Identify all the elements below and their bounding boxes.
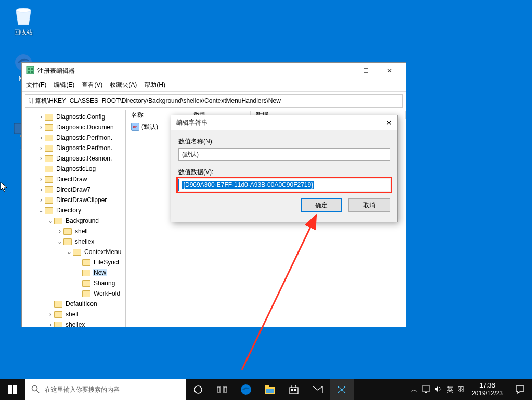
taskbar-store-icon[interactable] bbox=[282, 379, 306, 400]
tray-volume-icon[interactable] bbox=[434, 385, 443, 394]
tree-pane[interactable]: ›Diagnostic.Config›Diagnostic.Documen›Di… bbox=[22, 110, 126, 327]
tree-node[interactable]: New bbox=[22, 268, 125, 278]
dialog-close-button[interactable]: ✕ bbox=[386, 118, 392, 127]
tree-node-label: Sharing bbox=[93, 279, 116, 287]
tree-chevron-right-icon[interactable]: › bbox=[47, 321, 54, 327]
folder-icon bbox=[63, 238, 72, 245]
tree-node[interactable]: ›Diagnostic.Perfmon. bbox=[22, 132, 125, 143]
svg-rect-19 bbox=[224, 387, 227, 392]
tray-network-icon[interactable] bbox=[422, 385, 430, 394]
tree-node[interactable]: ⌄Background bbox=[22, 216, 125, 226]
tree-node[interactable]: WorkFold bbox=[22, 288, 125, 299]
tree-node-label: DefaultIcon bbox=[64, 300, 98, 308]
tree-node[interactable]: ›shell bbox=[22, 309, 125, 319]
tree-chevron-right-icon[interactable]: › bbox=[37, 134, 45, 141]
menu-help[interactable]: 帮助(H) bbox=[144, 81, 165, 89]
folder-icon bbox=[63, 228, 72, 235]
tree-node-label: DiagnosticLog bbox=[55, 165, 97, 172]
taskbar: 在这里输入你要搜索的内容 ︿ 英 羽 17:36 2019/12/23 bbox=[0, 379, 532, 400]
taskbar-app-icon[interactable] bbox=[330, 379, 354, 400]
value-data-input[interactable]: {D969A300-E7FF-11d0-A93B-00A0C90F2719} bbox=[178, 179, 390, 191]
close-button[interactable]: ✕ bbox=[378, 63, 401, 78]
tree-node[interactable]: ⌄ContextMenu bbox=[22, 247, 125, 257]
tree-node[interactable]: ⌄shellex bbox=[22, 236, 125, 247]
minimize-button[interactable]: ─ bbox=[330, 63, 354, 78]
menu-favorites[interactable]: 收藏夹(A) bbox=[110, 81, 137, 89]
tree-node[interactable]: ›DirectDraw7 bbox=[22, 184, 125, 195]
folder-icon bbox=[73, 249, 81, 256]
value-name-input[interactable] bbox=[178, 148, 390, 161]
folder-icon bbox=[45, 166, 53, 172]
tree-node[interactable]: ›Diagnostic.Documen bbox=[22, 122, 125, 132]
ok-button[interactable]: 确定 bbox=[301, 198, 342, 212]
value-data-text: {D969A300-E7FF-11d0-A93B-00A0C90F2719} bbox=[182, 181, 314, 189]
svg-rect-7 bbox=[28, 71, 30, 73]
folder-icon bbox=[45, 135, 53, 141]
taskbar-edge-icon[interactable] bbox=[234, 379, 258, 400]
svg-rect-10 bbox=[8, 385, 12, 390]
tree-chevron-right-icon[interactable]: › bbox=[37, 155, 45, 162]
menu-view[interactable]: 查看(V) bbox=[82, 81, 102, 89]
maximize-button[interactable]: ☐ bbox=[354, 63, 378, 78]
taskbar-mail-icon[interactable] bbox=[306, 379, 330, 400]
svg-rect-23 bbox=[266, 389, 274, 393]
tree-node[interactable]: ›Diagnostic.Perfmon. bbox=[22, 143, 125, 153]
taskbar-clock[interactable]: 17:36 2019/12/23 bbox=[466, 382, 508, 397]
tree-node[interactable]: ›DirectDraw bbox=[22, 174, 125, 184]
folder-icon bbox=[54, 218, 62, 224]
tree-node[interactable]: ›DirectDrawClipper bbox=[22, 195, 125, 205]
tree-chevron-right-icon[interactable]: › bbox=[37, 144, 45, 152]
task-view-icon[interactable] bbox=[210, 379, 234, 400]
regedit-title: 注册表编辑器 bbox=[37, 66, 330, 75]
tree-chevron-right-icon[interactable]: › bbox=[37, 196, 45, 204]
folder-icon bbox=[54, 301, 62, 308]
tray-chevron-up-icon[interactable]: ︿ bbox=[411, 385, 418, 394]
tree-chevron-down-icon[interactable]: ⌄ bbox=[37, 207, 45, 214]
svg-rect-25 bbox=[291, 389, 293, 391]
tree-chevron-down-icon[interactable]: ⌄ bbox=[66, 248, 73, 256]
tree-node[interactable]: ›shellex bbox=[22, 319, 125, 327]
tree-node[interactable]: Sharing bbox=[22, 278, 125, 288]
tree-node[interactable]: ›shell bbox=[22, 226, 125, 236]
tree-chevron-right-icon[interactable]: › bbox=[47, 311, 54, 318]
menu-file[interactable]: 文件(F) bbox=[26, 81, 46, 89]
value-data-label: 数值数据(V): bbox=[178, 168, 390, 177]
tree-node-label: Diagnostic.Documen bbox=[55, 124, 115, 131]
search-box[interactable]: 在这里输入你要搜索的内容 bbox=[25, 379, 186, 400]
recycle-bin-icon bbox=[13, 5, 34, 26]
taskbar-explorer-icon[interactable] bbox=[258, 379, 282, 400]
folder-icon bbox=[45, 114, 53, 121]
folder-icon bbox=[45, 197, 53, 204]
regedit-titlebar[interactable]: 注册表编辑器 ─ ☐ ✕ bbox=[22, 63, 406, 78]
cortana-icon[interactable] bbox=[186, 379, 210, 400]
tree-chevron-down-icon[interactable]: ⌄ bbox=[47, 217, 54, 224]
tree-chevron-down-icon[interactable]: ⌄ bbox=[56, 238, 63, 245]
tree-node[interactable]: ›Diagnostic.Resmon. bbox=[22, 153, 125, 164]
svg-rect-18 bbox=[220, 386, 224, 393]
tree-chevron-right-icon[interactable]: › bbox=[56, 228, 63, 235]
tray-ime2-badge[interactable]: 羽 bbox=[458, 385, 464, 394]
system-tray: ︿ 英 羽 bbox=[409, 385, 466, 394]
tree-chevron-right-icon[interactable]: › bbox=[37, 176, 45, 183]
tree-chevron-right-icon[interactable]: › bbox=[37, 113, 45, 121]
tree-node[interactable]: ›Diagnostic.Config bbox=[22, 112, 125, 122]
address-bar[interactable]: 计算机\HKEY_CLASSES_ROOT\Directory\Backgrou… bbox=[25, 94, 403, 108]
menu-edit[interactable]: 编辑(E) bbox=[54, 81, 74, 89]
tray-ime-badge[interactable]: 英 bbox=[447, 385, 453, 394]
start-button[interactable] bbox=[0, 379, 25, 400]
action-center-icon[interactable] bbox=[508, 379, 532, 400]
value-name-label: 数值名称(N): bbox=[178, 137, 390, 146]
tree-node-label: shell bbox=[64, 311, 80, 318]
svg-rect-37 bbox=[422, 386, 430, 391]
tree-chevron-right-icon[interactable]: › bbox=[37, 124, 45, 131]
tree-node[interactable]: ⌄Directory bbox=[22, 205, 125, 216]
cancel-button[interactable]: 取消 bbox=[348, 198, 390, 212]
svg-rect-12 bbox=[8, 390, 12, 394]
tree-node-label: ContextMenu bbox=[83, 248, 122, 256]
tree-node[interactable]: FileSyncE bbox=[22, 257, 125, 268]
tree-node[interactable]: DiagnosticLog bbox=[22, 164, 125, 174]
search-icon bbox=[31, 385, 40, 395]
tree-node[interactable]: DefaultIcon bbox=[22, 299, 125, 309]
desktop-icon-recycle-bin[interactable]: 回收站 bbox=[5, 5, 42, 37]
tree-chevron-right-icon[interactable]: › bbox=[37, 186, 45, 193]
